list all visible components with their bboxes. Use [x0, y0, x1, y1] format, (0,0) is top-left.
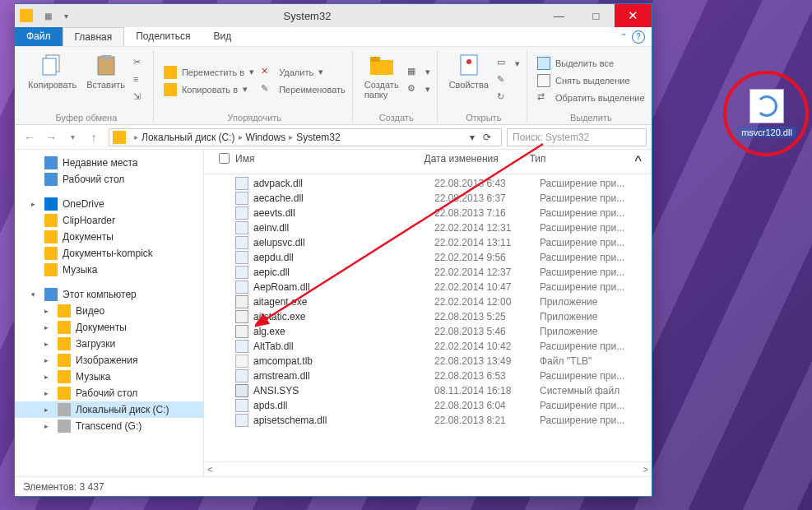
- breadcrumb-part[interactable]: Windows: [246, 132, 286, 143]
- file-row[interactable]: ANSI.SYS08.11.2014 16:18Системный файл: [204, 383, 652, 398]
- navbar: ← → ▾ ↑ ▸ Локальный диск (C:) ▸ Windows …: [15, 125, 652, 150]
- search-input[interactable]: Поиск: System32: [507, 128, 647, 146]
- file-row[interactable]: aecache.dll22.08.2013 6:37Расширение при…: [204, 191, 652, 206]
- pasteshortcut-icon[interactable]: ⇲: [132, 90, 148, 105]
- sidebar-item-desktop2[interactable]: ▸Рабочий стол: [15, 385, 203, 401]
- sidebar-item-documents[interactable]: Документы: [15, 229, 203, 245]
- file-type: Расширение при...: [540, 341, 645, 352]
- selectall-button[interactable]: Выделить все: [536, 56, 647, 71]
- file-row[interactable]: aepdu.dll22.02.2014 9:56Расширение при..…: [204, 250, 652, 265]
- minimize-button[interactable]: —: [541, 4, 578, 27]
- file-type: Системный файл: [540, 385, 645, 396]
- copypath-icon[interactable]: ≡: [132, 73, 148, 88]
- file-row[interactable]: apds.dll22.08.2013 6:04Расширение при...: [204, 398, 652, 413]
- newitem-icon[interactable]: ▦▾: [406, 65, 432, 80]
- sidebar-item-video[interactable]: ▸Видео: [15, 303, 203, 319]
- file-type: Расширение при...: [540, 178, 645, 189]
- quick-properties-icon[interactable]: ▦: [39, 7, 56, 24]
- column-date[interactable]: Дата изменения: [425, 153, 530, 170]
- file-row[interactable]: AepRoam.dll22.02.2014 10:47Расширение пр…: [204, 280, 652, 294]
- file-type: Расширение при...: [540, 415, 645, 426]
- file-row[interactable]: AltTab.dll22.02.2014 10:42Расширение при…: [204, 339, 652, 354]
- sidebar-item-onedrive[interactable]: ▸OneDrive: [15, 196, 203, 212]
- tab-share[interactable]: Поделиться: [124, 27, 202, 46]
- file-type: Расширение при...: [540, 237, 645, 248]
- quick-newfolder-icon[interactable]: ▾: [58, 7, 74, 24]
- sidebar-item-documents-kompick[interactable]: Документы-kompick: [15, 245, 203, 262]
- edit-icon[interactable]: ✎: [495, 73, 522, 88]
- file-row[interactable]: advpack.dll22.08.2013 6:43Расширение при…: [204, 176, 652, 191]
- tab-home[interactable]: Главная: [63, 27, 125, 46]
- svg-rect-5: [370, 57, 380, 62]
- file-type: Расширение при...: [540, 252, 645, 263]
- up-button[interactable]: ↑: [84, 128, 104, 147]
- sidebar-item-cliphoarder[interactable]: ClipHoarder: [15, 212, 203, 229]
- quick-access-toolbar: ▦ ▾: [39, 7, 74, 24]
- file-row[interactable]: aitagent.exe22.02.2014 12:00Приложение: [204, 294, 652, 309]
- cut-icon[interactable]: ✂: [132, 56, 148, 71]
- file-row[interactable]: aeevts.dll22.08.2013 7:16Расширение при.…: [204, 206, 652, 220]
- tab-file[interactable]: Файл: [15, 27, 63, 46]
- file-type: Приложение: [540, 326, 645, 337]
- sidebar-item-desktop[interactable]: Рабочий стол: [15, 171, 203, 188]
- selectnone-button[interactable]: Снять выделение: [536, 73, 647, 88]
- breadcrumb-part[interactable]: System32: [296, 132, 340, 143]
- file-row[interactable]: aitstatic.exe22.08.2013 5:25Приложение: [204, 309, 652, 324]
- horizontal-scrollbar[interactable]: <>: [204, 461, 652, 476]
- history-dropdown[interactable]: ▾: [63, 128, 82, 147]
- sidebar-item-localdisk[interactable]: ▸Локальный диск (C:): [15, 401, 203, 418]
- delete-button[interactable]: ✕Удалить ▾: [259, 65, 347, 80]
- sidebar-item-downloads[interactable]: ▸Загрузки: [15, 336, 203, 352]
- file-row[interactable]: amstream.dll22.08.2013 6:53Расширение пр…: [204, 369, 652, 383]
- titlebar[interactable]: ▦ ▾ System32 — □ ✕: [15, 4, 652, 27]
- file-row[interactable]: amcompat.tlb22.08.2013 13:49Файл "TLB": [204, 354, 652, 369]
- sidebar-item-thispc[interactable]: ▾Этот компьютер: [15, 286, 203, 303]
- back-button[interactable]: ←: [20, 128, 39, 147]
- file-row[interactable]: aepic.dll22.02.2014 12:37Расширение при.…: [204, 265, 652, 280]
- open-icon[interactable]: ▭▾: [495, 56, 522, 71]
- breadcrumb-part[interactable]: Локальный диск (C:): [142, 132, 235, 143]
- forward-button[interactable]: →: [41, 128, 61, 147]
- sidebar-item-music2[interactable]: ▸Музыка: [15, 369, 203, 385]
- sidebar-item-documents2[interactable]: ▸Документы: [15, 319, 203, 336]
- file-row[interactable]: apisetschema.dll22.08.2013 8:21Расширени…: [204, 413, 652, 428]
- ribbon-collapse-icon[interactable]: ⌃: [620, 32, 627, 41]
- invertselect-button[interactable]: ⇄Обратить выделение: [536, 90, 647, 105]
- column-name[interactable]: Имя: [235, 153, 425, 170]
- sidebar-item-pictures[interactable]: ▸Изображения: [15, 352, 203, 369]
- file-date: 22.08.2013 7:16: [434, 207, 540, 219]
- newfolder-button[interactable]: Создать папку: [361, 50, 402, 111]
- paste-button[interactable]: Вставить: [83, 50, 128, 111]
- properties-button[interactable]: Свойства: [446, 50, 492, 111]
- copyto-button[interactable]: Копировать в ▾: [162, 82, 256, 97]
- file-row[interactable]: alg.exe22.08.2013 5:46Приложение: [204, 324, 652, 339]
- desktop-file-msvcr120[interactable]: msvcr120.dll: [738, 89, 796, 138]
- file-name: aecache.dll: [253, 192, 304, 204]
- sidebar-item-recent[interactable]: Недавние места: [15, 155, 203, 171]
- file-icon: [235, 355, 248, 368]
- file-row[interactable]: aeinv.dll22.02.2014 12:31Расширение при.…: [204, 220, 652, 235]
- sidebar-item-music[interactable]: Музыка: [15, 262, 203, 278]
- item-count: 3 437: [80, 481, 104, 493]
- maximize-button[interactable]: □: [578, 4, 615, 27]
- tab-view[interactable]: Вид: [202, 27, 243, 46]
- sidebar-item-transcend[interactable]: ▸Transcend (G:): [15, 418, 203, 434]
- easyaccess-icon[interactable]: ⚙▾: [406, 82, 432, 97]
- dll-file-icon: [749, 89, 784, 123]
- scroll-up-icon[interactable]: ^: [635, 153, 645, 170]
- help-icon[interactable]: ?: [632, 30, 645, 44]
- file-name: aeinv.dll: [253, 222, 289, 234]
- history-icon[interactable]: ↻: [495, 90, 522, 105]
- close-button[interactable]: ✕: [615, 4, 652, 27]
- rename-button[interactable]: ✎Переименовать: [259, 82, 347, 97]
- column-type[interactable]: Тип: [530, 153, 635, 170]
- file-row[interactable]: aelupsvc.dll22.02.2014 13:11Расширение п…: [204, 235, 652, 250]
- address-bar[interactable]: ▸ Локальный диск (C:) ▸ Windows ▸ System…: [109, 128, 502, 146]
- file-name: aelupsvc.dll: [253, 237, 305, 248]
- select-all-checkbox[interactable]: [219, 153, 230, 164]
- file-type: Расширение при...: [540, 267, 645, 278]
- moveto-button[interactable]: Переместить в ▾: [162, 65, 256, 80]
- copy-button[interactable]: Копировать: [25, 50, 80, 111]
- file-type: Расширение при...: [540, 207, 645, 219]
- file-type: Расширение при...: [540, 192, 645, 204]
